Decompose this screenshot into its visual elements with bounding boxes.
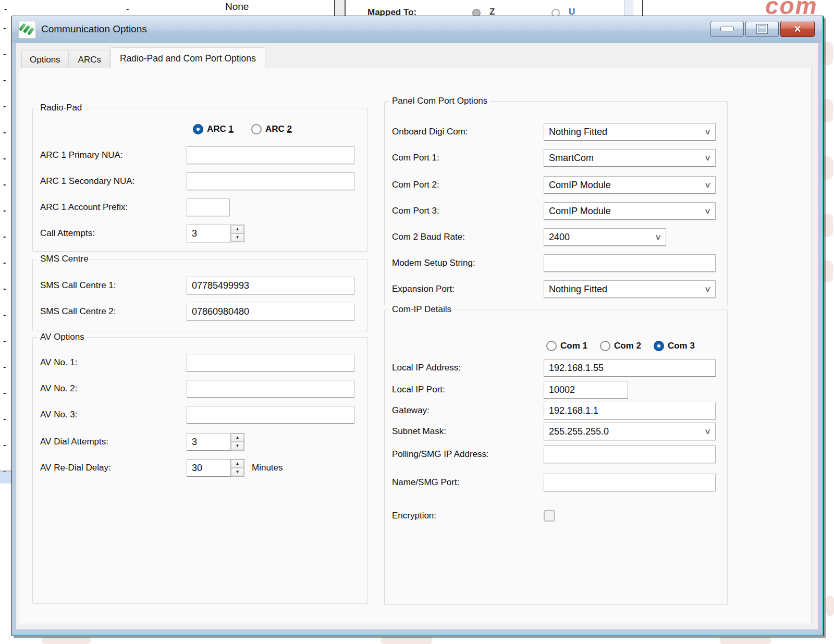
chevron-down-icon: ∨ — [704, 206, 712, 216]
arrow-up-icon: ▲ — [236, 227, 240, 231]
arc1-radio[interactable]: ARC 1 — [193, 124, 234, 134]
sms-call-centre-2-input[interactable]: 07860980480 — [187, 303, 354, 320]
spinner-up-button[interactable]: ▲ — [231, 460, 244, 468]
tab-arcs[interactable]: ARCs — [70, 51, 109, 68]
arrow-up-icon: ▲ — [236, 436, 240, 440]
field-label: Expansion Port: — [392, 284, 544, 294]
av-no-2-input[interactable] — [187, 380, 354, 398]
list-dash: - — [3, 232, 6, 241]
list-dash: - — [3, 154, 6, 163]
background-scrollbar[interactable] — [624, 0, 633, 16]
selected-value: ComIP Module — [549, 206, 611, 217]
field-label: ARC 1 Secondary NUA: — [40, 176, 187, 187]
spinner-up-button[interactable]: ▲ — [231, 434, 244, 442]
field-label: Com Port 1: — [392, 153, 544, 163]
field-label: Local IP Address: — [392, 363, 544, 373]
panel-com-port-options-group: Panel Com Port Options Onboard Digi Com:… — [384, 101, 728, 305]
tab-bar: Options ARCs Radio-Pad and Com Port Opti… — [21, 47, 266, 68]
field-label: ARC 1 Account Prefix: — [40, 202, 187, 213]
field-label: Subnet Mask: — [392, 426, 544, 437]
selected-value: 2400 — [549, 232, 570, 243]
field-label: AV No. 3: — [40, 410, 187, 420]
arrow-up-icon: ▲ — [236, 462, 240, 466]
arc1-primary-nua-input[interactable] — [187, 146, 354, 164]
chevron-down-icon: ∨ — [704, 127, 712, 137]
com-port-3-select[interactable]: ComIP Module ∨ — [544, 202, 716, 220]
com-port-1-select[interactable]: SmartCom ∨ — [544, 149, 716, 167]
av-redial-delay-stepper: 30 ▲ ▼ — [187, 459, 244, 477]
radio-selected-icon — [193, 124, 203, 134]
list-dash: - — [3, 49, 6, 59]
com-port-2-select[interactable]: ComIP Module ∨ — [544, 176, 716, 194]
spinner-down-button[interactable]: ▼ — [231, 442, 244, 450]
background-window-top-strip: - - None Mapped To: Z U — [0, 0, 834, 16]
av-no-3-input[interactable] — [187, 406, 354, 424]
av-dial-attempts-input[interactable]: 3 — [187, 433, 231, 451]
field-label: Local IP Port: — [392, 385, 544, 395]
field-label: ARC 1 Primary NUA: — [40, 150, 187, 160]
name-smg-port-input[interactable] — [544, 474, 716, 491]
chevron-down-icon: ∨ — [704, 427, 712, 436]
local-ip-port-input[interactable]: 10002 — [544, 381, 628, 399]
background-divider — [0, 470, 11, 472]
expansion-port-select[interactable]: Nothing Fitted ∨ — [544, 280, 716, 298]
arc2-radio[interactable]: ARC 2 — [251, 124, 292, 134]
app-icon — [18, 21, 36, 39]
polling-smg-ip-address-input[interactable] — [544, 445, 716, 463]
sms-call-centre-1-input[interactable]: 07785499993 — [187, 277, 354, 294]
minimize-icon — [720, 27, 734, 31]
tab-options[interactable]: Options — [21, 51, 69, 68]
com2-radio[interactable]: Com 2 — [600, 341, 641, 351]
av-no-1-input[interactable] — [187, 354, 354, 371]
arrow-down-icon: ▼ — [236, 444, 240, 448]
background-radio-button[interactable] — [551, 9, 560, 16]
call-attempts-input[interactable]: 3 — [187, 225, 231, 242]
tab-radio-pad-com-port[interactable]: Radio-Pad and Com Port Options — [111, 47, 265, 69]
radio-pad-group: Radio-Pad ARC 1 ARC 2 ARC 1 P — [32, 108, 368, 252]
arc1-account-prefix-input[interactable] — [187, 199, 230, 216]
chevron-down-icon: ∨ — [704, 284, 712, 294]
local-ip-address-input[interactable]: 192.168.1.55 — [544, 359, 716, 377]
field-label: Com Port 2: — [392, 180, 544, 190]
watermark-fragment — [42, 637, 91, 644]
list-dash: - — [3, 440, 6, 450]
minutes-label: Minutes — [252, 463, 283, 473]
field-label: AV No. 2: — [40, 383, 187, 394]
group-title: Panel Com Port Options — [389, 96, 490, 106]
encryption-checkbox[interactable] — [544, 510, 555, 522]
onboard-digi-com-select[interactable]: Nothing Fitted ∨ — [544, 123, 716, 141]
com-2-baud-rate-select[interactable]: 2400 ∨ — [544, 228, 666, 246]
subnet-mask-select[interactable]: 255.255.255.0 ∨ — [544, 423, 716, 440]
background-window-splitter — [334, 0, 346, 16]
field-label: SMS Call Centre 1: — [40, 280, 187, 291]
gateway-input[interactable]: 192.168.1.1 — [544, 402, 716, 419]
window-title: Communication Options — [41, 23, 147, 35]
selected-value: Nothing Fitted — [549, 284, 607, 295]
list-dash: - — [3, 310, 6, 319]
titlebar[interactable]: Communication Options ✕ — [12, 16, 822, 43]
tab-page: Radio-Pad ARC 1 ARC 2 ARC 1 P — [19, 68, 812, 624]
background-window-border — [642, 0, 643, 16]
background-radio-label: Z — [489, 7, 495, 16]
spinner-up-button[interactable]: ▲ — [231, 225, 244, 233]
modem-setup-string-input[interactable] — [544, 254, 716, 272]
group-title: AV Options — [38, 332, 87, 342]
list-dash: - — [3, 414, 6, 424]
field-label: Modem Setup String: — [392, 258, 544, 268]
spinner-down-button[interactable]: ▼ — [231, 468, 244, 476]
field-label: Onboard Digi Com: — [392, 127, 544, 137]
minimize-button[interactable] — [710, 21, 744, 37]
group-title: SMS Centre — [38, 254, 91, 264]
field-label: Com 2 Baud Rate: — [392, 232, 544, 242]
av-dial-attempts-stepper: 3 ▲ ▼ — [187, 433, 244, 451]
maximize-button[interactable] — [745, 21, 779, 37]
com1-radio[interactable]: Com 1 — [546, 341, 587, 351]
arrow-down-icon: ▼ — [236, 470, 240, 474]
arc1-secondary-nua-input[interactable] — [187, 172, 354, 190]
com3-radio[interactable]: Com 3 — [654, 341, 695, 351]
av-redial-delay-input[interactable]: 30 — [187, 459, 231, 477]
close-button[interactable]: ✕ — [780, 21, 815, 37]
background-radio-button[interactable] — [472, 9, 481, 16]
selected-value: SmartCom — [549, 153, 594, 164]
spinner-down-button[interactable]: ▼ — [231, 233, 244, 242]
